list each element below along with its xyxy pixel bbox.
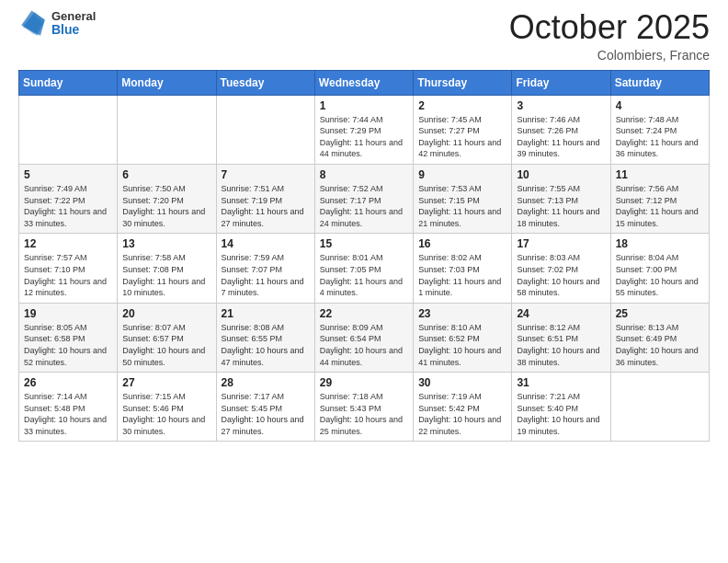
calendar-cell: 7Sunrise: 7:51 AM Sunset: 7:19 PM Daylig… — [216, 164, 314, 233]
calendar-cell: 12Sunrise: 7:57 AM Sunset: 7:10 PM Dayli… — [19, 234, 118, 303]
day-header-friday: Friday — [512, 70, 610, 95]
calendar-cell: 17Sunrise: 8:03 AM Sunset: 7:02 PM Dayli… — [512, 234, 610, 303]
logo-blue-text: Blue — [51, 23, 96, 37]
calendar-cell — [610, 373, 709, 442]
day-number: 3 — [517, 99, 605, 112]
calendar-cell: 28Sunrise: 7:17 AM Sunset: 5:45 PM Dayli… — [216, 373, 314, 442]
title-area: October 2025 Colombiers, France — [509, 9, 710, 63]
calendar-header-row: SundayMondayTuesdayWednesdayThursdayFrid… — [19, 70, 710, 95]
day-header-sunday: Sunday — [19, 70, 118, 95]
calendar-cell: 29Sunrise: 7:18 AM Sunset: 5:43 PM Dayli… — [314, 373, 413, 442]
day-number: 15 — [320, 237, 408, 250]
calendar-cell: 3Sunrise: 7:46 AM Sunset: 7:26 PM Daylig… — [512, 95, 610, 164]
calendar-week-3: 12Sunrise: 7:57 AM Sunset: 7:10 PM Dayli… — [19, 234, 710, 303]
day-info: Sunrise: 7:19 AM Sunset: 5:42 PM Dayligh… — [418, 391, 506, 437]
calendar-cell: 10Sunrise: 7:55 AM Sunset: 7:13 PM Dayli… — [512, 164, 610, 233]
day-header-wednesday: Wednesday — [314, 70, 413, 95]
calendar-cell: 1Sunrise: 7:44 AM Sunset: 7:29 PM Daylig… — [314, 95, 413, 164]
day-number: 6 — [122, 168, 210, 181]
day-number: 1 — [320, 99, 408, 112]
day-info: Sunrise: 7:45 AM Sunset: 7:27 PM Dayligh… — [418, 114, 506, 160]
day-number: 22 — [320, 307, 408, 320]
calendar-cell: 11Sunrise: 7:56 AM Sunset: 7:12 PM Dayli… — [610, 164, 709, 233]
day-info: Sunrise: 7:18 AM Sunset: 5:43 PM Dayligh… — [320, 391, 408, 437]
day-info: Sunrise: 7:50 AM Sunset: 7:20 PM Dayligh… — [122, 183, 210, 229]
calendar-cell: 31Sunrise: 7:21 AM Sunset: 5:40 PM Dayli… — [512, 373, 610, 442]
calendar-week-5: 26Sunrise: 7:14 AM Sunset: 5:48 PM Dayli… — [19, 373, 710, 442]
day-info: Sunrise: 7:52 AM Sunset: 7:17 PM Dayligh… — [320, 183, 408, 229]
day-info: Sunrise: 8:02 AM Sunset: 7:03 PM Dayligh… — [418, 252, 506, 298]
day-number: 2 — [418, 99, 506, 112]
day-info: Sunrise: 7:49 AM Sunset: 7:22 PM Dayligh… — [24, 183, 112, 229]
day-info: Sunrise: 8:04 AM Sunset: 7:00 PM Dayligh… — [616, 252, 704, 298]
day-number: 27 — [122, 376, 210, 389]
calendar-cell: 19Sunrise: 8:05 AM Sunset: 6:58 PM Dayli… — [19, 303, 118, 372]
day-number: 12 — [24, 237, 112, 250]
day-info: Sunrise: 8:08 AM Sunset: 6:55 PM Dayligh… — [222, 322, 310, 368]
day-info: Sunrise: 8:10 AM Sunset: 6:52 PM Dayligh… — [418, 322, 506, 368]
day-number: 8 — [320, 168, 408, 181]
day-number: 7 — [222, 168, 310, 181]
day-info: Sunrise: 7:59 AM Sunset: 7:07 PM Dayligh… — [222, 252, 310, 298]
calendar-cell: 2Sunrise: 7:45 AM Sunset: 7:27 PM Daylig… — [414, 95, 512, 164]
day-info: Sunrise: 7:58 AM Sunset: 7:08 PM Dayligh… — [122, 252, 210, 298]
calendar-week-1: 1Sunrise: 7:44 AM Sunset: 7:29 PM Daylig… — [19, 95, 710, 164]
day-header-thursday: Thursday — [414, 70, 512, 95]
calendar-cell: 20Sunrise: 8:07 AM Sunset: 6:57 PM Dayli… — [118, 303, 216, 372]
day-number: 23 — [418, 307, 506, 320]
day-number: 5 — [24, 168, 112, 181]
day-number: 11 — [616, 168, 704, 181]
day-number: 18 — [616, 237, 704, 250]
day-number: 21 — [222, 307, 310, 320]
logo-icon — [18, 9, 48, 39]
calendar-cell — [216, 95, 314, 164]
day-number: 13 — [122, 237, 210, 250]
day-info: Sunrise: 8:03 AM Sunset: 7:02 PM Dayligh… — [517, 252, 605, 298]
location: Colombiers, France — [509, 48, 710, 63]
calendar-cell: 5Sunrise: 7:49 AM Sunset: 7:22 PM Daylig… — [19, 164, 118, 233]
day-number: 29 — [320, 376, 408, 389]
day-info: Sunrise: 7:48 AM Sunset: 7:24 PM Dayligh… — [616, 114, 704, 160]
day-header-monday: Monday — [118, 70, 216, 95]
day-number: 31 — [517, 376, 605, 389]
logo-general-text: General — [51, 10, 96, 23]
day-header-tuesday: Tuesday — [216, 70, 314, 95]
day-header-saturday: Saturday — [610, 70, 709, 95]
day-number: 9 — [418, 168, 506, 181]
calendar-cell: 24Sunrise: 8:12 AM Sunset: 6:51 PM Dayli… — [512, 303, 610, 372]
day-info: Sunrise: 7:15 AM Sunset: 5:46 PM Dayligh… — [122, 391, 210, 437]
day-info: Sunrise: 7:51 AM Sunset: 7:19 PM Dayligh… — [222, 183, 310, 229]
day-info: Sunrise: 7:57 AM Sunset: 7:10 PM Dayligh… — [24, 252, 112, 298]
day-number: 20 — [122, 307, 210, 320]
day-number: 26 — [24, 376, 112, 389]
day-number: 24 — [517, 307, 605, 320]
day-number: 17 — [517, 237, 605, 250]
day-info: Sunrise: 8:13 AM Sunset: 6:49 PM Dayligh… — [616, 322, 704, 368]
day-number: 25 — [616, 307, 704, 320]
day-info: Sunrise: 7:21 AM Sunset: 5:40 PM Dayligh… — [517, 391, 605, 437]
calendar-week-4: 19Sunrise: 8:05 AM Sunset: 6:58 PM Dayli… — [19, 303, 710, 372]
calendar-cell — [19, 95, 118, 164]
calendar-cell: 9Sunrise: 7:53 AM Sunset: 7:15 PM Daylig… — [414, 164, 512, 233]
day-info: Sunrise: 7:44 AM Sunset: 7:29 PM Dayligh… — [320, 114, 408, 160]
day-info: Sunrise: 7:55 AM Sunset: 7:13 PM Dayligh… — [517, 183, 605, 229]
day-number: 19 — [24, 307, 112, 320]
day-info: Sunrise: 7:46 AM Sunset: 7:26 PM Dayligh… — [517, 114, 605, 160]
calendar-cell: 23Sunrise: 8:10 AM Sunset: 6:52 PM Dayli… — [414, 303, 512, 372]
month-title: October 2025 — [509, 9, 710, 46]
calendar-cell: 21Sunrise: 8:08 AM Sunset: 6:55 PM Dayli… — [216, 303, 314, 372]
calendar-cell: 15Sunrise: 8:01 AM Sunset: 7:05 PM Dayli… — [314, 234, 413, 303]
day-number: 14 — [222, 237, 310, 250]
calendar-cell: 8Sunrise: 7:52 AM Sunset: 7:17 PM Daylig… — [314, 164, 413, 233]
calendar-cell: 27Sunrise: 7:15 AM Sunset: 5:46 PM Dayli… — [118, 373, 216, 442]
calendar-cell: 25Sunrise: 8:13 AM Sunset: 6:49 PM Dayli… — [610, 303, 709, 372]
day-info: Sunrise: 8:07 AM Sunset: 6:57 PM Dayligh… — [122, 322, 210, 368]
calendar-cell: 16Sunrise: 8:02 AM Sunset: 7:03 PM Dayli… — [414, 234, 512, 303]
day-info: Sunrise: 8:09 AM Sunset: 6:54 PM Dayligh… — [320, 322, 408, 368]
calendar-cell: 14Sunrise: 7:59 AM Sunset: 7:07 PM Dayli… — [216, 234, 314, 303]
calendar-cell: 4Sunrise: 7:48 AM Sunset: 7:24 PM Daylig… — [610, 95, 709, 164]
header: General Blue October 2025 Colombiers, Fr… — [18, 9, 710, 63]
calendar-cell: 22Sunrise: 8:09 AM Sunset: 6:54 PM Dayli… — [314, 303, 413, 372]
day-info: Sunrise: 8:01 AM Sunset: 7:05 PM Dayligh… — [320, 252, 408, 298]
calendar-cell: 26Sunrise: 7:14 AM Sunset: 5:48 PM Dayli… — [19, 373, 118, 442]
